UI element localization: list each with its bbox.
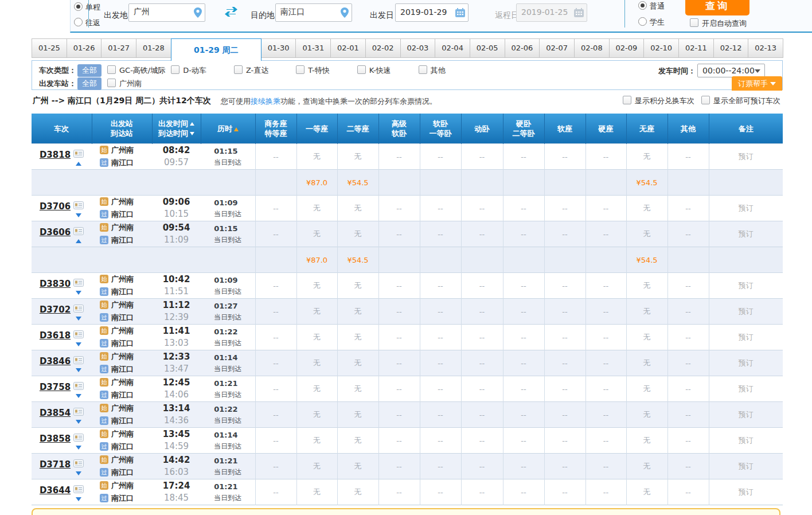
swap-cities-icon[interactable] bbox=[224, 6, 238, 19]
station-all-badge[interactable]: 全部 bbox=[77, 77, 102, 90]
train-number-link[interactable]: D3606 bbox=[40, 226, 71, 239]
expand-price-icon[interactable] bbox=[76, 471, 81, 475]
radio-normal[interactable] bbox=[638, 1, 647, 10]
train-number-link[interactable]: D3854 bbox=[40, 407, 71, 419]
col-header-2[interactable]: 出发时间到达时间 bbox=[152, 114, 201, 144]
date-tab-02-03[interactable]: 02-03 bbox=[400, 38, 436, 58]
train-info-card-icon[interactable] bbox=[73, 408, 84, 418]
train-info-card-icon[interactable] bbox=[73, 434, 84, 443]
train-info-card-icon[interactable] bbox=[73, 485, 84, 495]
auto-query-checkbox[interactable]: 开启自动查询 bbox=[690, 18, 747, 29]
train-number-link[interactable]: D3846 bbox=[40, 355, 71, 368]
train-type-filter-t[interactable]: T-特快 bbox=[296, 65, 329, 76]
train-info-card-icon[interactable] bbox=[73, 459, 84, 469]
calendar-icon[interactable] bbox=[455, 8, 465, 19]
expand-price-icon[interactable] bbox=[76, 342, 81, 346]
location-pin-icon[interactable] bbox=[194, 7, 202, 19]
to-city-input[interactable] bbox=[276, 4, 341, 20]
train-number-link[interactable]: D3818 bbox=[40, 149, 71, 161]
radio-student[interactable] bbox=[638, 17, 647, 26]
train-number-link[interactable]: D3618 bbox=[40, 329, 71, 342]
date-tab-02-09[interactable]: 02-09 bbox=[609, 38, 645, 58]
seat-cell-0: -- bbox=[255, 350, 296, 376]
date-tab-01-31[interactable]: 01-31 bbox=[295, 38, 331, 58]
train-number-link[interactable]: D3858 bbox=[40, 432, 71, 445]
date-tab-02-08[interactable]: 02-08 bbox=[574, 38, 610, 58]
collapse-price-icon[interactable] bbox=[76, 239, 81, 243]
date-tab-02-13[interactable]: 02-13 bbox=[748, 38, 783, 58]
to-station: 南江口 bbox=[111, 468, 134, 477]
date-tab-01-27[interactable]: 01-27 bbox=[101, 38, 136, 58]
train-type-filter-gc[interactable]: GC-高铁/城际 bbox=[107, 65, 165, 76]
date-tab-02-12[interactable]: 02-12 bbox=[713, 38, 749, 58]
col-header-3[interactable]: 历时 bbox=[201, 114, 255, 144]
passenger-type-normal[interactable]: 普通 bbox=[638, 1, 665, 11]
date-tab-01-30[interactable]: 01-30 bbox=[261, 38, 296, 58]
train-type-filter-z[interactable]: Z-直达 bbox=[234, 65, 268, 76]
query-button[interactable]: 查询 bbox=[685, 0, 749, 15]
expand-price-icon[interactable] bbox=[76, 291, 81, 295]
radio-oneway[interactable] bbox=[74, 2, 83, 11]
radio-roundtrip[interactable] bbox=[74, 18, 83, 26]
train-info-card-icon[interactable] bbox=[73, 382, 84, 392]
col-header-10: 硬卧二等卧 bbox=[503, 114, 544, 144]
passenger-type-student[interactable]: 学生 bbox=[638, 17, 665, 28]
date-tab-02-05[interactable]: 02-05 bbox=[470, 38, 505, 58]
train-number-link[interactable]: D3644 bbox=[40, 484, 71, 497]
train-info-card-icon[interactable] bbox=[73, 330, 84, 340]
train-type-all-badge[interactable]: 全部 bbox=[77, 64, 102, 77]
train-number-link[interactable]: D3702 bbox=[40, 303, 71, 316]
train-info-card-icon[interactable] bbox=[73, 201, 84, 211]
arrival-note: 当日到达 bbox=[214, 209, 241, 220]
train-type-filter-其他[interactable]: 其他 bbox=[419, 65, 446, 76]
date-tab-01-29[interactable]: 01-29 周二 bbox=[171, 38, 261, 61]
show-points-checkbox[interactable]: 显示积分兑换车次 bbox=[623, 96, 694, 106]
date-tab-01-25[interactable]: 01-25 bbox=[32, 38, 67, 58]
expand-price-icon[interactable] bbox=[76, 213, 81, 217]
booking-helper-button[interactable]: 订票帮手 bbox=[732, 76, 782, 91]
expand-price-icon[interactable] bbox=[76, 497, 81, 501]
train-number-link[interactable]: D3830 bbox=[40, 278, 71, 290]
date-tab-01-28[interactable]: 01-28 bbox=[136, 38, 171, 58]
show-all-bookable-checkbox[interactable]: 显示全部可预订车次 bbox=[701, 96, 780, 106]
depart-time-select[interactable]: 00:00--24:00 bbox=[697, 64, 765, 77]
seat-cell-3: -- bbox=[378, 350, 420, 376]
depart-date-input[interactable] bbox=[396, 4, 458, 20]
date-tab-02-07[interactable]: 02-07 bbox=[539, 38, 575, 58]
expand-price-icon[interactable] bbox=[76, 420, 81, 424]
date-tab-02-02[interactable]: 02-02 bbox=[365, 38, 401, 58]
expand-price-icon[interactable] bbox=[76, 317, 81, 321]
train-type-filter-d[interactable]: D-动车 bbox=[171, 65, 206, 76]
train-info-card-icon[interactable] bbox=[73, 279, 84, 288]
train-info-card-icon[interactable] bbox=[73, 227, 84, 237]
collapse-price-icon[interactable] bbox=[76, 162, 81, 166]
trip-type-oneway-label: 单程 bbox=[85, 3, 100, 11]
train-number-link[interactable]: D3706 bbox=[40, 200, 71, 213]
date-tab-02-11[interactable]: 02-11 bbox=[678, 38, 714, 58]
train-number-link[interactable]: D3758 bbox=[40, 381, 71, 393]
date-tab-02-10[interactable]: 02-10 bbox=[643, 38, 679, 58]
transfer-link[interactable]: 接续换乘 bbox=[251, 97, 280, 106]
date-tab-02-04[interactable]: 02-04 bbox=[435, 38, 470, 58]
train-row-D3718: D3718始广州南过南江口14:4216:0301:21当日到达--无无----… bbox=[32, 454, 783, 479]
expand-price-icon[interactable] bbox=[76, 368, 81, 372]
location-pin-icon[interactable] bbox=[341, 7, 349, 19]
date-tab-02-01[interactable]: 02-01 bbox=[330, 38, 366, 58]
expand-price-icon[interactable] bbox=[76, 446, 81, 450]
expand-price-icon[interactable] bbox=[76, 394, 81, 398]
from-city-input[interactable] bbox=[129, 4, 194, 20]
train-info-card-icon[interactable] bbox=[73, 150, 84, 159]
train-info-card-icon[interactable] bbox=[73, 356, 84, 366]
trip-type-oneway[interactable]: 单程 bbox=[74, 2, 100, 13]
train-type-filter-k[interactable]: K-快速 bbox=[357, 65, 391, 76]
arrive-time: 14:06 bbox=[152, 389, 201, 401]
trip-type-roundtrip[interactable]: 往返 bbox=[74, 18, 100, 28]
date-tab-01-26[interactable]: 01-26 bbox=[67, 38, 102, 58]
price-cell-8 bbox=[585, 170, 626, 196]
station-filter[interactable]: 广州南 bbox=[107, 79, 142, 89]
arrive-time: 12:39 bbox=[152, 311, 201, 323]
train-number-link[interactable]: D3718 bbox=[40, 458, 71, 471]
date-tab-02-06[interactable]: 02-06 bbox=[505, 38, 540, 58]
return-date-input[interactable] bbox=[517, 4, 576, 20]
train-info-card-icon[interactable] bbox=[73, 305, 84, 314]
